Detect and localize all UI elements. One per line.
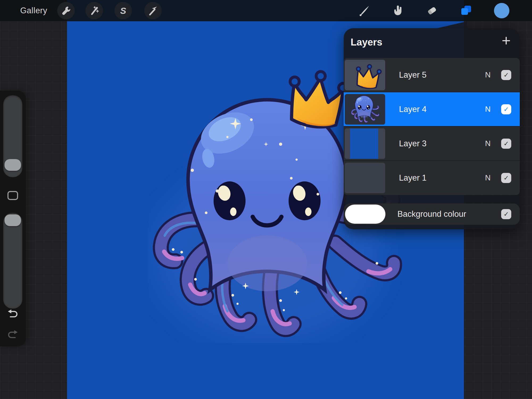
- procreate-app: Gallery S: [0, 0, 532, 399]
- gallery-button[interactable]: Gallery: [20, 6, 47, 15]
- visibility-checkbox[interactable]: ✓: [501, 139, 511, 149]
- transform-arrow-icon: [148, 6, 158, 16]
- adjustments-wand-icon: [89, 6, 99, 16]
- layer-label: Layer 1: [399, 161, 426, 195]
- layer-label: Layer 3: [399, 127, 426, 160]
- color-swatch[interactable]: [494, 3, 509, 18]
- smudge-tool-button[interactable]: [389, 2, 407, 19]
- layer-label: Layer 5: [399, 58, 426, 92]
- background-colour-label: Background colour: [397, 203, 466, 225]
- adjustments-button[interactable]: [85, 2, 103, 19]
- undo-button[interactable]: [7, 308, 19, 320]
- selections-button[interactable]: S: [114, 2, 132, 19]
- modify-button[interactable]: [7, 191, 18, 200]
- layer-row-1[interactable]: Layer 1 N ✓: [344, 161, 520, 195]
- actions-wrench-icon: [61, 6, 71, 16]
- opacity-slider[interactable]: [3, 213, 22, 309]
- opacity-handle[interactable]: [5, 214, 21, 226]
- layer-list: Layer 5 N ✓ Layer 4 N ✓ Layer 3 N: [344, 58, 520, 195]
- eraser-tool-button[interactable]: [423, 2, 441, 19]
- layers-button[interactable]: [457, 2, 475, 19]
- brush-tool-button[interactable]: [355, 2, 373, 19]
- layer-row-4-selected[interactable]: Layer 4 N ✓: [344, 92, 520, 126]
- actions-button[interactable]: [57, 2, 75, 19]
- redo-button[interactable]: [7, 329, 19, 340]
- layers-panel-title: Layers: [351, 37, 382, 48]
- layer-label: Layer 4: [399, 92, 426, 126]
- layer-1-thumbnail[interactable]: [345, 163, 385, 193]
- layer-5-thumbnail[interactable]: [345, 60, 385, 90]
- layers-icon: [460, 5, 472, 17]
- sidebar-tools: [0, 91, 26, 346]
- blue-fill-preview: [350, 128, 378, 159]
- top-toolbar: Gallery S: [0, 0, 532, 21]
- transform-button[interactable]: [144, 2, 162, 19]
- eraser-icon: [426, 5, 438, 16]
- blend-mode-button[interactable]: N: [480, 58, 496, 92]
- visibility-checkbox[interactable]: ✓: [501, 209, 511, 219]
- blend-mode-button[interactable]: N: [480, 161, 496, 195]
- visibility-checkbox[interactable]: ✓: [501, 104, 511, 114]
- visibility-checkbox[interactable]: ✓: [501, 173, 511, 183]
- layer-row-5[interactable]: Layer 5 N ✓: [344, 58, 520, 92]
- blend-mode-button[interactable]: N: [480, 92, 496, 126]
- smudge-icon: [392, 5, 404, 16]
- background-colour-row[interactable]: Background colour ✓: [344, 203, 520, 225]
- blend-mode-button[interactable]: N: [480, 127, 496, 160]
- layers-panel: Layers + Layer 5 N ✓ Layer 4 N ✓: [344, 28, 520, 229]
- visibility-checkbox[interactable]: ✓: [501, 70, 511, 80]
- layer-4-thumbnail[interactable]: [345, 94, 385, 124]
- brush-icon: [358, 5, 370, 16]
- brush-size-handle[interactable]: [5, 159, 21, 171]
- selections-s-icon: S: [120, 6, 126, 16]
- brush-size-slider[interactable]: [3, 95, 22, 177]
- layer-row-3[interactable]: Layer 3 N ✓: [344, 127, 520, 160]
- add-layer-button[interactable]: +: [499, 33, 514, 48]
- layer-3-thumbnail[interactable]: [345, 128, 385, 159]
- background-colour-swatch[interactable]: [345, 205, 385, 224]
